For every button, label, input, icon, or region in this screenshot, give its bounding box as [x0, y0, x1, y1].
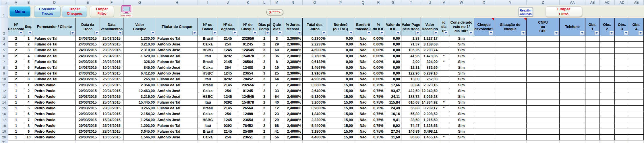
cell-H10[interactable]: Fulano de Tal — [156, 77, 198, 82]
cell-Y14[interactable] — [494, 100, 527, 106]
row-number-7[interactable]: 7 — [0, 59, 8, 65]
cell-G16[interactable]: 2.154,32 — [123, 111, 156, 117]
column-letter-W[interactable]: W — [449, 0, 474, 5]
cell-S9[interactable]: 0,00 — [385, 71, 401, 77]
cell-J19[interactable]: 2145 — [218, 129, 238, 135]
cell-J15[interactable]: 2145 — [218, 106, 238, 111]
cell-D15[interactable]: Pedro Paulo — [33, 106, 76, 111]
cell-AC3[interactable] — [600, 36, 615, 42]
cell-G19[interactable]: 3.645,00 — [123, 129, 156, 135]
cell-N20[interactable]: 2,4000% — [283, 135, 303, 140]
cell-B16[interactable]: 6 — [24, 111, 33, 117]
cell-AC20[interactable] — [600, 135, 615, 140]
cell-N6[interactable]: 2,3000% — [283, 54, 303, 59]
column-letter-K[interactable]: K — [238, 0, 258, 5]
cell-S11[interactable]: 17,66 — [385, 83, 401, 88]
cell-AA20[interactable] — [560, 135, 585, 140]
cell-AA8[interactable] — [560, 65, 585, 71]
cell-Y13[interactable] — [494, 94, 527, 100]
cell-P8[interactable]: 0,00 — [327, 65, 354, 71]
row-number-10[interactable]: 10 — [0, 77, 8, 82]
cell-K6[interactable]: 154878 — [238, 54, 258, 59]
cell-L4[interactable]: 2 — [258, 42, 271, 47]
row-number-4[interactable]: 4 — [0, 42, 8, 47]
cell-W7[interactable]: Sim — [449, 59, 474, 65]
cell-J10[interactable]: 0292 — [218, 77, 238, 82]
cell-AD15[interactable] — [615, 106, 629, 111]
cell-AC8[interactable] — [600, 65, 615, 71]
cell-T19[interactable]: 146,89 — [401, 129, 421, 135]
cell-M5[interactable]: 60 — [271, 47, 283, 53]
cell-Y15[interactable] — [494, 106, 527, 111]
filter-dropdown-button[interactable] — [609, 31, 614, 35]
column-letter-AE[interactable]: AE — [629, 0, 644, 5]
cell-Q9[interactable]: Não — [354, 71, 372, 77]
cell-L20[interactable]: 2 — [258, 135, 271, 140]
cell-P11[interactable]: 15,00 — [327, 83, 354, 88]
cell-AA17[interactable] — [560, 117, 585, 123]
cell-AD5[interactable] — [615, 47, 629, 53]
cell-G5[interactable]: 2.310,00 — [123, 47, 156, 53]
cell-H8[interactable]: Antônio José — [156, 65, 198, 71]
column-letter-AD[interactable]: AD — [615, 0, 629, 5]
cell-B6[interactable]: 4 — [24, 54, 33, 59]
cell-H15[interactable]: Fulano de Tal — [156, 106, 198, 111]
column-letter-AC[interactable]: AC — [600, 0, 615, 5]
cell-T15[interactable]: 55,83 — [401, 106, 421, 111]
cell-AD4[interactable] — [615, 42, 629, 47]
cell-A9[interactable]: 2 — [8, 71, 24, 77]
cell-E9[interactable]: 24/03/2015 — [76, 71, 100, 77]
column-letter-A[interactable]: A — [8, 0, 24, 5]
cell-L8[interactable]: 2 — [258, 65, 271, 71]
cell-B17[interactable]: 7 — [24, 117, 33, 123]
cell-P7[interactable]: 0,00 — [327, 59, 354, 65]
cell-T10[interactable]: 13,00 — [401, 77, 421, 82]
cell-R16[interactable]: 0,75% — [372, 111, 385, 117]
cell-Z17[interactable] — [527, 117, 560, 123]
cell-AB8[interactable] — [585, 65, 600, 71]
cell-O4[interactable]: 2,2233% — [303, 42, 327, 47]
empty-cell[interactable] — [258, 140, 271, 143]
cell-F9[interactable]: 15/04/2015 — [100, 71, 123, 77]
cell-I9[interactable]: HSBC — [198, 71, 218, 77]
filter-dropdown-button[interactable] — [192, 31, 197, 35]
cell-N18[interactable]: 2,4000% — [283, 123, 303, 129]
cell-T8[interactable]: 12,31 — [401, 65, 421, 71]
cell-AA16[interactable] — [560, 111, 585, 117]
cell-M17[interactable]: 29 — [271, 117, 283, 123]
cell-S7[interactable]: 0,00 — [385, 59, 401, 65]
cell-B13[interactable]: 3 — [24, 94, 33, 100]
row-number-19[interactable]: 19 — [0, 129, 8, 135]
cell-G20[interactable]: 1.546,00 — [123, 135, 156, 140]
cell-AA6[interactable] — [560, 54, 585, 59]
cell-P14[interactable]: 15,00 — [327, 100, 354, 106]
cell-I17[interactable]: HSBC — [198, 117, 218, 123]
cell-F5[interactable]: 20/05/2015 — [100, 47, 123, 53]
column-letter-L[interactable]: L — [258, 0, 271, 5]
row-number-11[interactable]: 11 — [0, 83, 8, 88]
cell-AB17[interactable] — [585, 117, 600, 123]
cell-O15[interactable]: 0,9600% — [303, 106, 327, 111]
cell-E16[interactable]: 20/03/2015 — [76, 111, 100, 117]
cell-G14[interactable]: 15.445,00 — [123, 100, 156, 106]
column-letter-N[interactable]: N — [283, 0, 303, 5]
cell-A7[interactable]: 2 — [8, 59, 24, 65]
cell-D11[interactable]: Pedro Paulo — [33, 83, 76, 88]
cell-AB15[interactable] — [585, 106, 600, 111]
cell-U19[interactable]: 3.498,11 — [421, 129, 439, 135]
cell-L18[interactable]: 2 — [258, 123, 271, 129]
cell-A10[interactable]: 2 — [8, 77, 24, 82]
cell-V3[interactable] — [439, 36, 449, 42]
cell-U20[interactable]: 1.465,14 — [421, 135, 439, 140]
cell-S15[interactable]: 24,49 — [385, 106, 401, 111]
cell-U4[interactable]: 3.138,63 — [421, 42, 439, 47]
cell-L17[interactable]: 3 — [258, 117, 271, 123]
empty-cell[interactable] — [76, 140, 100, 143]
cell-K3[interactable]: 232656 — [238, 36, 258, 42]
cell-B4[interactable]: 2 — [24, 42, 33, 47]
cell-O13[interactable]: 5,1200% — [303, 94, 327, 100]
cell-Z18[interactable] — [527, 123, 560, 129]
cell-Z12[interactable] — [527, 88, 560, 94]
cell-F19[interactable]: 28/04/2015 — [100, 129, 123, 135]
row-number-8[interactable]: 8 — [0, 65, 8, 71]
